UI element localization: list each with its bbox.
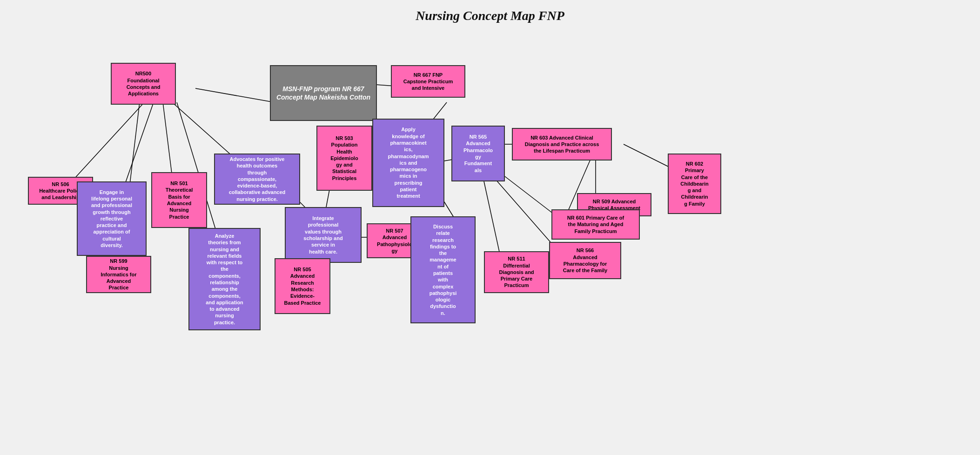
- svg-line-19: [493, 177, 558, 251]
- nr601-node: NR 601 Primary Care of the Maturing and …: [551, 209, 640, 240]
- svg-line-5: [172, 102, 237, 161]
- nr503-node: NR 503 Population Health Epidemiolo gy a…: [316, 126, 372, 191]
- svg-line-16: [624, 144, 670, 167]
- svg-line-0: [195, 88, 275, 102]
- nr500-node: NR500 Foundational Concepts and Applicat…: [111, 63, 176, 105]
- nr511-node: NR 511 Differential Diagnosis and Primar…: [484, 251, 549, 293]
- engage-lifelong-node: Engage in lifelong personal and professi…: [77, 181, 147, 256]
- main-center-node: MSN-FNP program NR 667 Concept Map Nakei…: [270, 65, 377, 121]
- svg-line-20: [484, 181, 500, 256]
- concept-map: MSN-FNP program NR 667 Concept Map Nakei…: [0, 28, 980, 455]
- page-title: Nursing Concept Map FNP: [0, 0, 980, 28]
- nr599-node: NR 599 Nursing Informatics for Advanced …: [86, 256, 151, 293]
- discuss-node: Discuss relate research findings to the …: [410, 216, 476, 323]
- nr505-node: NR 505 Advanced Research Methods: Eviden…: [275, 258, 330, 314]
- nr603-node: NR 603 Advanced Clinical Diagnosis and P…: [512, 128, 612, 161]
- nr566-node: NR 566 Advanced Pharmacology for Care of…: [549, 242, 621, 279]
- nr501-node: NR 501 Theoretical Basis for Advanced Nu…: [151, 172, 207, 228]
- svg-line-4: [163, 102, 172, 177]
- analyze-node: Analyze theories from nursing and releva…: [188, 228, 261, 330]
- apply-pharmaco-node: Apply knowledge of pharmacokinet ics, ph…: [372, 119, 444, 207]
- nr667-capstone-node: NR 667 FNP Capstone Practicum and Intens…: [391, 65, 465, 98]
- advocates-node: Advocates for positive health outcomes t…: [214, 154, 300, 205]
- nr602-node: NR 602 Primary Care of the Childbearin g…: [668, 154, 721, 214]
- nr565-node: NR 565 Advanced Pharmacolo gy Fundament …: [451, 126, 505, 181]
- integrate-node: Integrate professional values through sc…: [285, 207, 362, 263]
- svg-line-2: [67, 102, 144, 186]
